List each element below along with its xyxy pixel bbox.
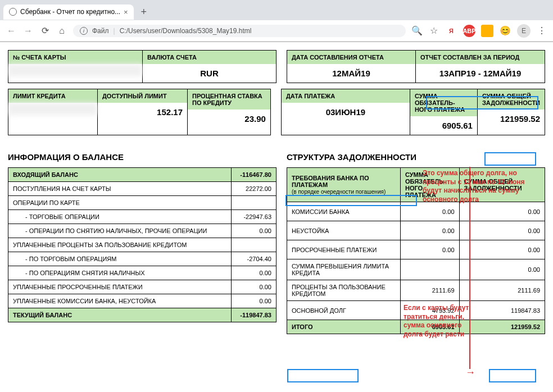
report-page: № СЧЕТА КАРТЫ ВАЛЮТА СЧЕТА RUR ДАТА СОСТ… bbox=[0, 42, 553, 342]
tab-title: Сбербанк - Отчет по кредитно... bbox=[20, 8, 120, 16]
table-cell bbox=[400, 259, 459, 280]
table-cell: ПРОЦЕНТЫ ЗА ПОЛЬЗОВАНИЕ КРЕДИТОМ bbox=[287, 280, 401, 301]
currency-value: RUR bbox=[143, 64, 276, 83]
adblock-icon[interactable]: ABP bbox=[463, 25, 475, 37]
table-row-value: 0.00 bbox=[232, 280, 276, 294]
table-row-label: ОПЕРАЦИИ ПО КАРТЕ bbox=[8, 196, 232, 210]
browser-toolbar: ← → ⟳ ⌂ i Файл | C:/Users/user/Downloads… bbox=[0, 20, 553, 42]
table-row-value: 0.00 bbox=[232, 224, 276, 238]
extensions: Я ABP 😊 bbox=[445, 25, 511, 37]
table-cell: НЕУСТОЙКА bbox=[287, 221, 401, 240]
table-cell: 0.00 bbox=[459, 240, 545, 259]
table-cell: 2111.69 bbox=[400, 280, 459, 301]
table-cell: 0.00 bbox=[459, 259, 545, 280]
table-row-value: 0.00 bbox=[232, 294, 276, 308]
debt-title: СТРУКТУРА ЗАДОЛЖЕННОСТИ bbox=[287, 152, 545, 162]
card-number-header: № СЧЕТА КАРТЫ bbox=[8, 51, 142, 64]
report-date-header: ДАТА СОСТАВЛЕНИЯ ОТЧЕТА bbox=[287, 51, 415, 64]
home-button[interactable]: ⌂ bbox=[56, 26, 67, 36]
table-row-value bbox=[232, 238, 276, 252]
tab-bar: Сбербанк - Отчет по кредитно... × + bbox=[0, 0, 553, 20]
table-row-value: -119847.83 bbox=[232, 308, 276, 322]
table-row-label: УПЛАЧЕННЫЕ КОМИССИИ БАНКА, НЕУСТОЙКА bbox=[8, 294, 232, 308]
yandex-icon[interactable]: Я bbox=[445, 25, 457, 37]
card-number-value bbox=[8, 64, 142, 76]
table-row-value: 22272.00 bbox=[232, 182, 276, 196]
new-tab-button[interactable]: + bbox=[136, 4, 152, 20]
globe-icon bbox=[9, 8, 17, 16]
zoom-icon[interactable]: 🔍 bbox=[411, 25, 423, 36]
url-text: C:/Users/user/Downloads/5308_May19.html bbox=[120, 27, 252, 35]
table-cell: ПРОСРОЧЕННЫЕ ПЛАТЕЖИ bbox=[287, 240, 401, 259]
total-debt-value: 121959.52 bbox=[478, 110, 545, 128]
table-row-value bbox=[232, 196, 276, 210]
header-row-2: ЛИМИТ КРЕДИТА ДОСТУПНЫЙ ЛИМИТ 152.17 ПРО… bbox=[8, 89, 545, 135]
file-label: Файл bbox=[92, 27, 109, 35]
table-cell: 0.00 bbox=[400, 240, 459, 259]
extension-icon[interactable] bbox=[481, 25, 493, 37]
menu-button[interactable]: ⋮ bbox=[536, 25, 547, 36]
report-period-header: ОТЧЕТ СОСТАВЛЕН ЗА ПЕРИОД bbox=[416, 51, 545, 64]
emoji-icon[interactable]: 😊 bbox=[499, 25, 511, 37]
rate-value: 23.90 bbox=[188, 110, 270, 128]
table-cell: 0.00 bbox=[400, 221, 459, 240]
table-row-value: -2704.40 bbox=[232, 252, 276, 266]
table-cell: 0.00 bbox=[459, 221, 545, 240]
table-row-label: ТЕКУЩИЙ БАЛАНС bbox=[8, 308, 232, 322]
credit-limit-header: ЛИМИТ КРЕДИТА bbox=[8, 89, 97, 103]
table-header: ТРЕБОВАНИЯ БАНКА ПО ПЛАТЕЖАМ(в порядке о… bbox=[287, 168, 401, 202]
table-row-label: - ПО ОПЕРАЦИЯМ СНЯТИЯ НАЛИЧНЫХ bbox=[8, 266, 232, 280]
annotation-note-1: Это сумма общего долга, но проценты с 13… bbox=[423, 169, 541, 204]
forward-button[interactable]: → bbox=[22, 26, 34, 36]
table-cell: 119847.83 bbox=[459, 301, 545, 320]
table-cell: 0.00 bbox=[459, 202, 545, 221]
address-bar[interactable]: i Файл | C:/Users/user/Downloads/5308_Ma… bbox=[73, 25, 406, 37]
mandatory-pay-value: 6905.61 bbox=[410, 116, 477, 135]
table-row-label: УПЛАЧЕННЫЕ ПРОСРОЧЕННЫЕ ПЛАТЕЖИ bbox=[8, 280, 232, 294]
table-row-label: ПОСТУПЛЕНИЯ НА СЧЕТ КАРТЫ bbox=[8, 182, 232, 196]
avail-limit-value: 152.17 bbox=[98, 103, 187, 121]
arrow-icon: → bbox=[465, 367, 475, 379]
reload-button[interactable]: ⟳ bbox=[39, 25, 51, 36]
table-cell: 0.00 bbox=[400, 202, 459, 221]
report-date-value: 12МАЙ19 bbox=[287, 64, 415, 83]
pay-date-header: ДАТА ПЛАТЕЖА bbox=[282, 89, 410, 103]
table-row-label: - ТОРГОВЫЕ ОПЕРАЦИИ bbox=[8, 210, 232, 224]
annotation-box bbox=[287, 369, 359, 382]
table-cell: КОМИССИИ БАНКА bbox=[287, 202, 401, 221]
table-row-value: 0.00 bbox=[232, 266, 276, 280]
table-row-value: -116467.80 bbox=[232, 168, 276, 182]
table-row-label: - ПО ТОРГОВЫМ ОПЕРАЦИЯМ bbox=[8, 252, 232, 266]
close-icon[interactable]: × bbox=[124, 8, 128, 16]
rate-header: ПРОЦЕНТНАЯ СТАВКА ПО КРЕДИТУ bbox=[188, 89, 270, 110]
table-row-label: ВХОДЯЩИЙ БАЛАНС bbox=[8, 168, 232, 182]
table-row-value: -22947.63 bbox=[232, 210, 276, 224]
browser-tab[interactable]: Сбербанк - Отчет по кредитно... × bbox=[3, 4, 134, 20]
total-debt-header: СУММА ОБЩЕЙ ЗАДОЛЖЕННОСТИ bbox=[478, 89, 545, 110]
table-cell: СУММА ПРЕВЫШЕНИЯ ЛИМИТА КРЕДИТА bbox=[287, 259, 401, 280]
pay-date-value: 03ИЮН19 bbox=[282, 103, 410, 121]
report-period-value: 13АПР19 - 12МАЙ19 bbox=[416, 64, 545, 83]
star-icon[interactable]: ☆ bbox=[428, 25, 439, 36]
avail-limit-header: ДОСТУПНЫЙ ЛИМИТ bbox=[98, 89, 187, 103]
table-footer: ИТОГО bbox=[287, 320, 401, 334]
balance-table: ВХОДЯЩИЙ БАЛАНС-116467.80ПОСТУПЛЕНИЯ НА … bbox=[8, 167, 276, 322]
credit-limit-value bbox=[8, 103, 97, 115]
avatar[interactable]: E bbox=[517, 24, 531, 38]
browser-chrome: Сбербанк - Отчет по кредитно... × + ← → … bbox=[0, 0, 553, 42]
back-button[interactable]: ← bbox=[6, 26, 17, 36]
annotation-box bbox=[489, 369, 536, 382]
info-icon: i bbox=[80, 27, 88, 35]
table-cell: ОСНОВНОЙ ДОЛГ bbox=[287, 301, 401, 320]
table-row-label: УПЛАЧЕННЫЕ ПРОЦЕНТЫ ЗА ПОЛЬЗОВАНИЕ КРЕДИ… bbox=[8, 238, 232, 252]
table-row-label: - ОПЕРАЦИИ ПО СНЯТИЮ НАЛИЧНЫХ, ПРОЧИЕ ОП… bbox=[8, 224, 232, 238]
mandatory-pay-header: СУММА ОБЯЗАТЕЛЬ- НОГО ПЛАТЕЖА bbox=[410, 89, 477, 116]
table-cell: 2111.69 bbox=[459, 280, 545, 301]
balance-title: ИНФОРМАЦИЯ О БАЛАНСЕ bbox=[8, 152, 276, 162]
header-row-1: № СЧЕТА КАРТЫ ВАЛЮТА СЧЕТА RUR ДАТА СОСТ… bbox=[8, 50, 545, 83]
currency-header: ВАЛЮТА СЧЕТА bbox=[143, 51, 276, 64]
annotation-note-2: Если с карты будут тратиться деньги, сум… bbox=[404, 304, 470, 339]
table-footer: 121959.52 bbox=[459, 320, 545, 334]
